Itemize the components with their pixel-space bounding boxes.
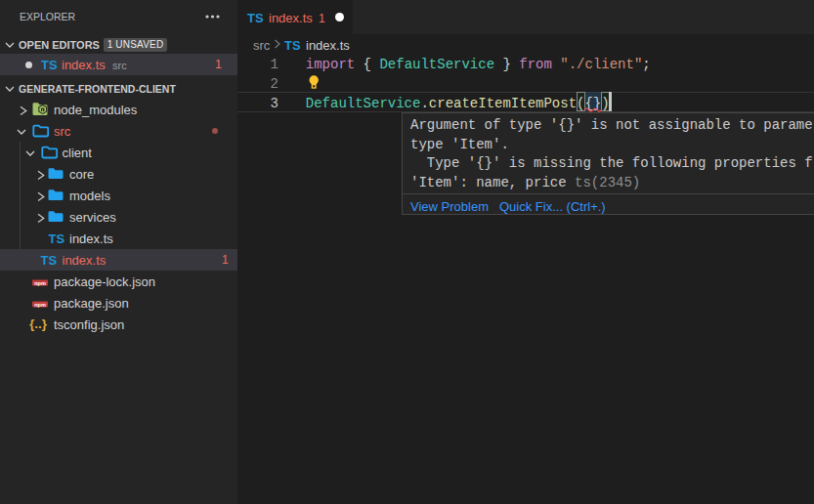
svg-text:npm: npm	[34, 279, 46, 285]
svg-text:npm: npm	[34, 301, 46, 307]
